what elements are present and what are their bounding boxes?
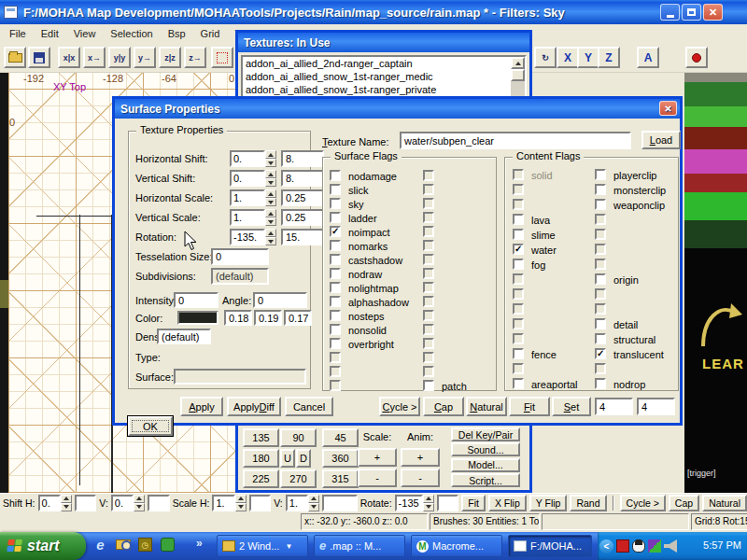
surface-1.-spinfield[interactable]: 1.: [212, 495, 246, 511]
density-field[interactable]: (default): [157, 329, 211, 344]
y-axis-icon[interactable]: Y: [577, 47, 599, 68]
spinner[interactable]: [61, 495, 72, 511]
spinner[interactable]: [265, 189, 276, 206]
value-field[interactable]: [437, 495, 459, 511]
fit-button[interactable]: Fit: [461, 495, 486, 511]
menu-view[interactable]: View: [66, 28, 104, 39]
texture-name-field[interactable]: water/subpen_clear: [400, 132, 631, 149]
rotate-z-icon[interactable]: z→: [184, 47, 206, 68]
tray-satellite-icon[interactable]: [648, 539, 661, 553]
tesselation-size-field[interactable]: 0: [211, 248, 269, 265]
spinner[interactable]: [235, 495, 247, 511]
lava-checkbox[interactable]: [513, 214, 524, 225]
fog-checkbox[interactable]: [513, 259, 524, 270]
horizontal-scale-field[interactable]: 1.: [230, 189, 276, 206]
quicklaunch-overflow-chevron[interactable]: »: [196, 537, 203, 550]
angle-button-270[interactable]: 270: [280, 469, 317, 488]
color-swatch[interactable]: [177, 311, 218, 325]
maximize-button[interactable]: [682, 4, 701, 21]
color-value-field[interactable]: 0.18: [224, 310, 252, 326]
load-button[interactable]: Load: [641, 131, 681, 149]
ladder-checkbox[interactable]: [330, 212, 341, 223]
menu-file[interactable]: File: [2, 28, 34, 39]
apply-button[interactable]: Apply: [180, 397, 223, 416]
record-icon[interactable]: [685, 47, 708, 68]
spinner[interactable]: [423, 495, 434, 511]
flip-x-icon[interactable]: x|x: [58, 47, 80, 68]
water-checkbox[interactable]: ✓: [513, 244, 524, 255]
x-flip-button[interactable]: X Flip: [488, 495, 527, 511]
tray-volume-icon[interactable]: [664, 539, 677, 553]
flip-y-icon[interactable]: y|y: [108, 47, 131, 68]
menu-bsp[interactable]: Bsp: [161, 28, 193, 39]
ok-button[interactable]: OK: [128, 416, 173, 436]
horizontal-shift-field-2[interactable]: 8.: [281, 150, 324, 167]
surface-0.-spinfield[interactable]: 0.: [111, 495, 145, 511]
open-icon[interactable]: [4, 47, 26, 68]
start-button[interactable]: start: [0, 532, 86, 560]
tray-red-app-icon[interactable]: [616, 539, 629, 553]
sound-button[interactable]: Sound...: [451, 442, 520, 456]
value-field[interactable]: [75, 495, 97, 511]
rand-button[interactable]: Rand: [570, 495, 606, 511]
cancel-button[interactable]: Cancel: [285, 397, 333, 416]
rotate-y-icon[interactable]: y→: [134, 47, 156, 68]
vertical-scale-field[interactable]: 1.: [230, 209, 276, 226]
angle-button-90[interactable]: 90: [280, 428, 317, 447]
set-value-field-2[interactable]: 4: [637, 398, 675, 415]
vertical-scale-field-2[interactable]: 0.25: [281, 209, 324, 226]
slick-checkbox[interactable]: [330, 184, 341, 195]
spinner[interactable]: [134, 495, 145, 511]
origin-checkbox[interactable]: [595, 273, 606, 285]
noimpact-checkbox[interactable]: ✓: [330, 226, 341, 237]
task-map-document[interactable]: e.map :: M...: [314, 535, 405, 557]
patch-checkbox[interactable]: [423, 380, 434, 391]
spinner[interactable]: [265, 209, 276, 226]
clock-app-icon[interactable]: ◷: [136, 536, 154, 553]
angle-button-315[interactable]: 315: [322, 469, 359, 488]
cap-button[interactable]: Cap: [423, 397, 464, 416]
z-axis-icon[interactable]: Z: [598, 47, 620, 68]
refresh-icon[interactable]: ↻: [534, 47, 557, 68]
close-button[interactable]: [703, 4, 723, 21]
set-button[interactable]: Set: [552, 397, 591, 416]
surface-field[interactable]: [174, 369, 306, 385]
nomarks-checkbox[interactable]: [330, 240, 341, 251]
angle-button-135[interactable]: 135: [243, 428, 279, 447]
fit-button[interactable]: Fit: [509, 397, 550, 416]
del-key-pair-button[interactable]: Del Key/Pair: [451, 427, 520, 441]
natural-button[interactable]: Natural: [466, 397, 507, 416]
dialog-close-button[interactable]: [659, 101, 677, 116]
cap-button[interactable]: Cap: [669, 495, 699, 511]
nosteps-checkbox[interactable]: [330, 310, 341, 321]
natural-button[interactable]: Natural: [702, 495, 747, 511]
flip-z-icon[interactable]: z|z: [159, 47, 181, 68]
task-macromedia[interactable]: MMacrome...: [411, 535, 502, 557]
apply-diff-button[interactable]: Apply Diff: [227, 397, 281, 416]
menu-grid[interactable]: Grid: [193, 28, 228, 39]
spinner[interactable]: [265, 229, 276, 245]
dialog-titlebar[interactable]: Surface Properties: [115, 99, 680, 119]
rotate-x-icon[interactable]: x→: [83, 47, 106, 68]
surface-1.-spinfield[interactable]: 1.: [286, 495, 319, 511]
rotation-field-2[interactable]: 15.: [281, 229, 324, 245]
menu-edit[interactable]: Edit: [34, 28, 66, 39]
set-value-field-1[interactable]: 4: [595, 398, 633, 415]
cycle-button[interactable]: Cycle >: [379, 397, 420, 416]
angle-button-180[interactable]: 180: [243, 449, 279, 468]
angle-button-225[interactable]: 225: [243, 469, 279, 488]
y-flip-button[interactable]: Y Flip: [529, 495, 568, 511]
castshadow-checkbox[interactable]: [330, 254, 341, 265]
a-texture-icon[interactable]: A: [637, 47, 659, 68]
structural-checkbox[interactable]: [595, 333, 606, 344]
translucent-checkbox[interactable]: ✓: [595, 348, 606, 359]
selection-mode-icon[interactable]: [211, 47, 233, 68]
intensity-field[interactable]: 0: [174, 292, 218, 308]
horizontal-scale-field-2[interactable]: 0.25: [281, 189, 324, 206]
value-field[interactable]: [249, 495, 272, 511]
anim-plus-button[interactable]: +: [401, 448, 440, 467]
save-icon[interactable]: [28, 47, 50, 68]
monsterclip-checkbox[interactable]: [595, 184, 606, 195]
detail-checkbox[interactable]: [595, 318, 606, 329]
script-button[interactable]: Script...: [451, 473, 520, 487]
